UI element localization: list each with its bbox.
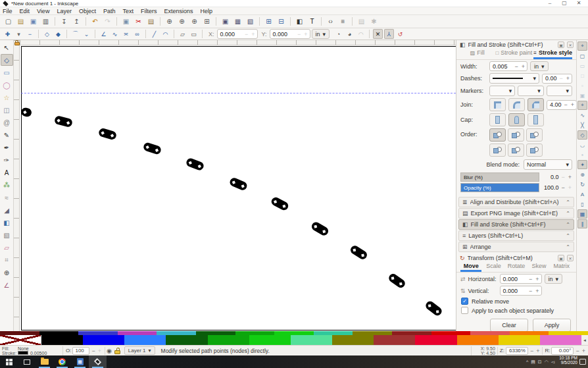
paint-bucket-tool[interactable]: ◧ — [1, 217, 13, 228]
snap-bbox[interactable]: ▢ — [577, 51, 587, 61]
volume-icon[interactable]: ◅ — [551, 359, 554, 365]
chrome-button[interactable] — [53, 355, 71, 368]
node-diamond[interactable] — [361, 253, 364, 257]
dash-offset-value[interactable]: 0.00 — [545, 75, 557, 82]
menu-file[interactable]: File — [3, 8, 12, 14]
y-decrement-button[interactable]: − — [297, 31, 301, 38]
end-marker-dropdown[interactable]: ▾ — [547, 86, 572, 96]
collapse-chevron-icon[interactable]: ⌃ — [566, 233, 570, 239]
edit-clip-path[interactable]: ◔ — [333, 29, 343, 39]
palette-swatch-e9002e[interactable] — [415, 335, 456, 345]
dock-fill-stroke[interactable]: ◧Fill and Stroke (Shift+Ctrl+F)⌃ — [458, 219, 574, 230]
zoom-field[interactable]: 6336% — [506, 347, 528, 355]
palette-swatch-f57900[interactable] — [457, 335, 499, 345]
edit-mask-path[interactable]: ◕ — [345, 29, 355, 39]
dash-offset-increment[interactable]: + — [566, 75, 570, 82]
snap-path[interactable]: ∿ — [577, 111, 587, 120]
create-clone[interactable]: ▦ — [232, 16, 243, 27]
paint-order-fms-button[interactable] — [526, 128, 543, 142]
units-dropdown[interactable]: in ▾ — [312, 29, 330, 39]
node-diamond[interactable] — [197, 164, 201, 167]
menu-path[interactable]: Path — [103, 8, 116, 14]
fill-value[interactable]: None — [18, 346, 61, 351]
xml-editor[interactable]: ‹› — [325, 16, 336, 27]
collapse-chevron-icon[interactable]: ⌃ — [566, 211, 570, 217]
snap-page-border[interactable]: ▯ — [577, 199, 587, 209]
node-diamond[interactable] — [110, 133, 113, 136]
canvas[interactable] — [14, 40, 456, 331]
palette-swatch-0a5c0a[interactable] — [166, 335, 207, 345]
palette-swatch-e56dcd[interactable] — [540, 335, 581, 345]
unlink-clone[interactable]: ▧ — [245, 16, 256, 27]
horizontal-decrement[interactable]: − — [528, 276, 533, 282]
guide-lock-icon[interactable] — [14, 40, 20, 45]
path-dash[interactable] — [142, 142, 162, 155]
segment-curve[interactable]: ◠ — [160, 29, 170, 39]
node-smooth[interactable]: ∿ — [110, 29, 120, 39]
break-path-at-node[interactable]: ◇ — [42, 29, 52, 39]
box-3d-tool[interactable]: ◫ — [1, 104, 13, 116]
hidden-icons-chevron[interactable]: ^ — [526, 359, 528, 364]
stroke-width-field[interactable]: 0.005 − + — [489, 61, 527, 71]
rotation-increment[interactable]: + — [581, 348, 586, 354]
opacity-status-increment[interactable]: + — [97, 348, 102, 354]
clear-button[interactable]: Clear — [490, 319, 528, 331]
zoom-increment[interactable]: + — [535, 348, 540, 354]
stroke-color-swatch[interactable] — [18, 351, 28, 355]
width-increment-button[interactable]: + — [521, 63, 526, 70]
menu-layer[interactable]: Layer — [57, 8, 72, 14]
path-dash[interactable] — [53, 115, 72, 127]
layer-lock-icon[interactable] — [114, 348, 120, 354]
tab-stroke-paint[interactable]: □Stroke paint — [495, 48, 532, 59]
round-cap-button[interactable] — [508, 113, 525, 126]
palette-none-swatch[interactable] — [0, 335, 41, 345]
path-dash[interactable] — [228, 176, 248, 192]
palette-swatch-000000[interactable] — [41, 335, 83, 345]
menu-object[interactable]: Object — [79, 8, 96, 14]
menu-view[interactable]: View — [37, 8, 49, 14]
opacity-slider[interactable]: Opacity (%) — [460, 183, 539, 192]
onedrive-icon[interactable]: ⊡ — [538, 359, 542, 365]
x-increment-button[interactable]: + — [251, 31, 255, 38]
export-png[interactable]: ↥ — [71, 16, 82, 27]
file-explorer-button[interactable] — [36, 355, 53, 368]
dock-arrange[interactable]: ⊞Arrange⌃ — [458, 242, 574, 252]
opacity-status-field[interactable]: 100 — [72, 347, 89, 355]
tab-stroke-style[interactable]: ≡Stroke style — [533, 48, 572, 59]
blend-mode-dropdown[interactable]: Normal ▾ — [524, 159, 572, 170]
x-coordinate-field[interactable]: 0.000 − + — [217, 29, 258, 39]
calligraphy-tool[interactable]: ✑ — [1, 154, 13, 166]
rotation-field[interactable]: 0.00° — [551, 347, 574, 355]
snap-cusp-node[interactable]: ◇ — [577, 130, 587, 140]
dropper-tool[interactable]: ◢ — [1, 204, 13, 216]
node-diamond[interactable] — [399, 282, 403, 285]
node-symmetric[interactable]: ≍ — [121, 29, 131, 39]
snap-nodes[interactable]: ⌖ — [577, 101, 587, 110]
paint-order-fsm-button[interactable] — [489, 128, 506, 142]
vertical-ruler[interactable] — [14, 40, 20, 331]
transform-tab-rotate[interactable]: Rotate — [506, 261, 527, 272]
inkscape-taskbar-button[interactable] — [89, 355, 107, 368]
ungroup-objects[interactable]: ⊟ — [276, 16, 287, 27]
transform-tab-matrix[interactable]: Matrix — [551, 261, 572, 272]
calculator-button[interactable]: ▦ — [71, 355, 89, 368]
width-unit-dropdown[interactable]: in ▾ — [530, 61, 549, 71]
path-dash[interactable] — [424, 300, 443, 317]
node-diamond[interactable] — [353, 248, 356, 251]
path-dash[interactable] — [349, 244, 368, 260]
zoom-page[interactable]: ⊕ — [176, 16, 187, 27]
apply-button[interactable]: Apply — [533, 319, 571, 331]
segment-line[interactable]: ╱ — [149, 29, 159, 39]
snap-bbox-edge[interactable]: ▭ — [577, 61, 587, 70]
miter-limit-increment[interactable]: + — [570, 101, 575, 108]
y-coordinate-field[interactable]: 0.000 − + — [270, 29, 310, 39]
bevel-join-button[interactable] — [527, 98, 544, 111]
node-diamond[interactable] — [428, 303, 431, 307]
zoom-decrement[interactable]: − — [529, 348, 534, 354]
touch-keyboard-icon[interactable]: ▤ — [531, 359, 535, 365]
palette-swatch-2a7fff[interactable] — [124, 335, 166, 345]
palette-swatch-12cf12[interactable] — [249, 335, 291, 345]
object-to-path[interactable]: ▱ — [178, 29, 187, 39]
show-transform-handles[interactable]: ✕ — [373, 29, 383, 39]
zoom-drawing[interactable]: ⊕ — [164, 16, 175, 27]
